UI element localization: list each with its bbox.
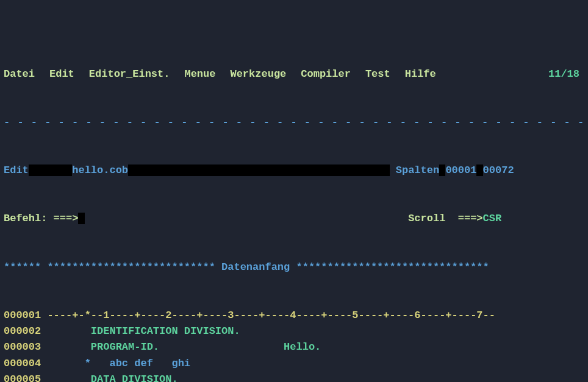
code-line[interactable]: 000002 IDENTIFICATION DIVISION. — [4, 324, 584, 339]
col-end: 00072 — [483, 164, 514, 176]
menu-werkzeuge[interactable]: Werkzeuge — [230, 66, 286, 82]
separator-line: - - - - - - - - - - - - - - - - - - - - … — [4, 115, 584, 130]
menu-compiler[interactable]: Compiler — [301, 66, 351, 82]
menu-hilfe[interactable]: Hilfe — [405, 66, 436, 82]
command-row[interactable]: Befehl: ===> Scroll ===>CSR — [4, 211, 584, 227]
command-label: Befehl: ===> — [4, 213, 78, 224]
mode-label: Edit — [4, 164, 29, 176]
code-text[interactable]: IDENTIFICATION DIVISION. — [47, 325, 240, 337]
spalten-label: Spalten — [396, 164, 439, 176]
command-input[interactable] — [78, 213, 84, 224]
menu-datei[interactable]: Datei — [4, 66, 35, 82]
code-line[interactable]: 000001 ----+-*--1----+----2----+----3---… — [4, 308, 584, 324]
menu-menue[interactable]: Menue — [184, 66, 215, 82]
code-line[interactable]: 000003 PROGRAM-ID. Hello. — [4, 339, 584, 355]
menu-bar: DateiEditEditor_Einst.MenueWerkzeugeComp… — [4, 66, 584, 82]
line-number[interactable]: 000005 — [4, 373, 41, 382]
comment-text[interactable]: * abc def ghi — [47, 358, 190, 369]
code-text[interactable]: DATA DIVISION. — [47, 373, 177, 382]
scroll-value[interactable]: CSR — [483, 213, 502, 224]
header-row: Edit hello.cob Spalten 00001 00072 — [4, 163, 584, 179]
blank-area — [439, 164, 445, 176]
col-start: 00001 — [445, 164, 476, 176]
line-number[interactable]: 000001 — [4, 309, 41, 321]
menu-items: DateiEditEditor_Einst.MenueWerkzeugeComp… — [4, 66, 451, 82]
line-number[interactable]: 000004 — [4, 358, 41, 369]
menu-test[interactable]: Test — [365, 66, 390, 82]
menu-editoreinst[interactable]: Editor_Einst. — [89, 66, 170, 82]
blank-area — [128, 164, 389, 176]
data-header: ****** *************************** Daten… — [4, 260, 584, 275]
code-line[interactable]: 000005 DATA DIVISION. — [4, 372, 584, 382]
blank-area — [29, 164, 72, 176]
code-area[interactable]: 000001 ----+-*--1----+----2----+----3---… — [4, 308, 584, 382]
ruler: ----+-*--1----+----2----+----3----+----4… — [47, 309, 495, 321]
code-text[interactable]: PROGRAM-ID. Hello. — [47, 341, 321, 353]
scroll-label: Scroll ===> — [408, 213, 482, 224]
menu-edit[interactable]: Edit — [49, 66, 74, 82]
code-line[interactable]: 000004 * abc def ghi — [4, 356, 584, 372]
line-number[interactable]: 000003 — [4, 341, 41, 353]
blank-area — [476, 164, 482, 176]
cursor-position: 11/18 — [548, 66, 579, 82]
filename: hello.cob — [72, 164, 128, 176]
line-number[interactable]: 000002 — [4, 325, 41, 337]
